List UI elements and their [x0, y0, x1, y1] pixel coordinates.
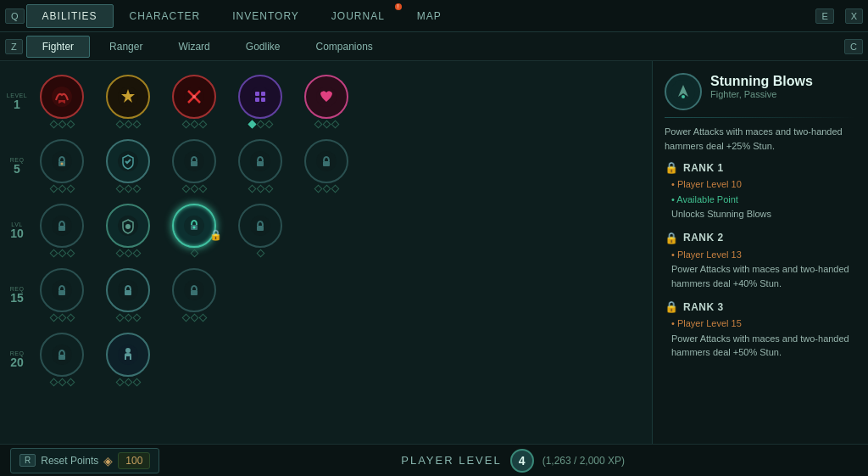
- level-badge: 4: [510, 449, 534, 473]
- ability-icon-1-1[interactable]: [40, 75, 84, 119]
- row-level-15: REQ 15: [0, 261, 652, 324]
- sub-tab-ranger[interactable]: Ranger: [93, 36, 159, 58]
- ability-icon-1-4[interactable]: [238, 75, 282, 119]
- journal-badge-dot: !: [395, 3, 402, 10]
- pip: [132, 249, 141, 258]
- ability-symbol-gold: [116, 85, 140, 109]
- ability-icon-1-3[interactable]: [172, 75, 216, 119]
- pip: [331, 185, 339, 193]
- pip: [322, 185, 331, 193]
- sub-key-z[interactable]: Z: [5, 39, 23, 54]
- ability-icon-5-3[interactable]: [172, 139, 216, 183]
- level-tag-15: REQ 15: [0, 286, 32, 304]
- svg-rect-17: [191, 161, 198, 166]
- pip: [115, 314, 124, 322]
- sub-tab-wizard[interactable]: Wizard: [162, 36, 225, 58]
- ability-symbol-shield: [116, 149, 140, 173]
- ability-icon-10-4[interactable]: [238, 204, 282, 248]
- reset-key: R: [19, 454, 36, 467]
- row-level-10: LVL 10: [0, 197, 652, 260]
- ability-grid-area: LEVEL 1: [0, 61, 652, 444]
- ability-symbol-lock10: [50, 343, 74, 367]
- rank-2-lock-icon: 🔒: [665, 232, 678, 244]
- sub-key-c[interactable]: C: [844, 39, 863, 54]
- sub-tab-companions[interactable]: Companions: [299, 36, 388, 58]
- nav-key-e[interactable]: E: [815, 8, 833, 24]
- icon-slot-10-2: [98, 204, 158, 256]
- skill-title: Stunning Blows: [710, 73, 813, 89]
- icon-slot-5-1: [32, 139, 92, 192]
- rank-2-title: RANK 2: [683, 232, 724, 244]
- rank-2-desc: Power Attacks with maces and two-handed …: [671, 262, 856, 290]
- skill-header: Stunning Blows Fighter, Passive: [665, 73, 856, 110]
- svg-rect-32: [58, 290, 65, 295]
- pips-5-2: [117, 186, 140, 192]
- icon-slot-1-4: [231, 75, 290, 127]
- ability-symbol-purple: [248, 85, 272, 109]
- ability-icon-5-2[interactable]: [106, 139, 150, 183]
- ability-icon-10-1[interactable]: [40, 204, 84, 248]
- ability-icon-5-4[interactable]: [238, 139, 282, 183]
- ability-icon-15-3[interactable]: [172, 268, 216, 312]
- ability-icon-5-5[interactable]: [304, 139, 348, 183]
- pip: [49, 378, 58, 387]
- pip: [248, 120, 256, 129]
- ability-icon-20-1[interactable]: [40, 333, 84, 377]
- nav-key-q[interactable]: Q: [5, 8, 25, 24]
- svg-point-25: [125, 224, 131, 229]
- ability-symbol-shield2: [116, 214, 140, 238]
- pip: [181, 185, 190, 193]
- nav-tab-abilities[interactable]: ABILITIES: [26, 4, 114, 28]
- level-tag-10: LVL 10: [0, 221, 32, 239]
- pip: [256, 249, 264, 258]
- svg-rect-21: [323, 161, 330, 166]
- rank-2-header: 🔒 RANK 2: [665, 232, 856, 244]
- ability-symbol-lock7: [50, 278, 74, 302]
- svg-rect-9: [255, 98, 259, 102]
- ability-symbol-swords: [182, 85, 206, 109]
- pip: [58, 185, 66, 193]
- skill-title-group: Stunning Blows Fighter, Passive: [710, 73, 813, 99]
- nav-tab-inventory[interactable]: INVENTORY: [216, 4, 315, 28]
- nav-key-x[interactable]: X: [845, 8, 863, 24]
- svg-rect-23: [58, 226, 65, 231]
- icon-slot-1-5: [297, 75, 356, 127]
- pips-20-1: [51, 379, 74, 385]
- ability-icon-10-2[interactable]: [106, 204, 150, 248]
- rank-1-req2: Available Point: [671, 193, 856, 208]
- icon-slot-20-2: [98, 333, 158, 385]
- svg-rect-38: [58, 355, 65, 360]
- ability-icon-15-1[interactable]: [40, 268, 84, 312]
- sub-tab-fighter[interactable]: Fighter: [26, 36, 90, 58]
- icon-slot-10-4: [231, 204, 290, 256]
- pip: [181, 120, 190, 129]
- ability-icon-1-5[interactable]: [304, 75, 348, 119]
- ability-icon-10-3-active[interactable]: [172, 204, 216, 248]
- ability-icon-15-2[interactable]: [106, 268, 150, 312]
- pip: [124, 249, 132, 258]
- ability-icon-1-2[interactable]: [106, 75, 150, 119]
- coin-icon: ◈: [103, 454, 113, 468]
- pip: [124, 378, 132, 387]
- pips-15-2: [117, 315, 140, 321]
- pips-10-3: [192, 250, 198, 256]
- sub-tab-godlike[interactable]: Godlike: [230, 36, 297, 58]
- svg-point-42: [682, 95, 685, 98]
- reset-button[interactable]: R Reset Points ◈ 100: [10, 448, 159, 473]
- ability-icon-20-2[interactable]: [106, 333, 150, 377]
- skill-icon-box: [665, 73, 702, 110]
- pip: [314, 120, 322, 129]
- skill-subtitle: Fighter, Passive: [710, 89, 813, 99]
- nav-tab-character[interactable]: CHARACTER: [114, 4, 217, 28]
- nav-tab-map[interactable]: MAP: [401, 4, 458, 28]
- pip: [66, 249, 75, 258]
- pip: [198, 314, 207, 322]
- level-tag-5: REQ 5: [0, 157, 32, 175]
- ability-symbol-lock1: [50, 149, 74, 173]
- ability-icon-5-1[interactable]: [40, 139, 84, 183]
- pip: [58, 120, 66, 129]
- pip: [248, 185, 256, 193]
- nav-tab-journal[interactable]: JOURNAL !: [315, 4, 401, 28]
- reset-label: Reset Points: [41, 455, 98, 467]
- xp-text: (1,263 / 2,000 XP): [542, 455, 625, 467]
